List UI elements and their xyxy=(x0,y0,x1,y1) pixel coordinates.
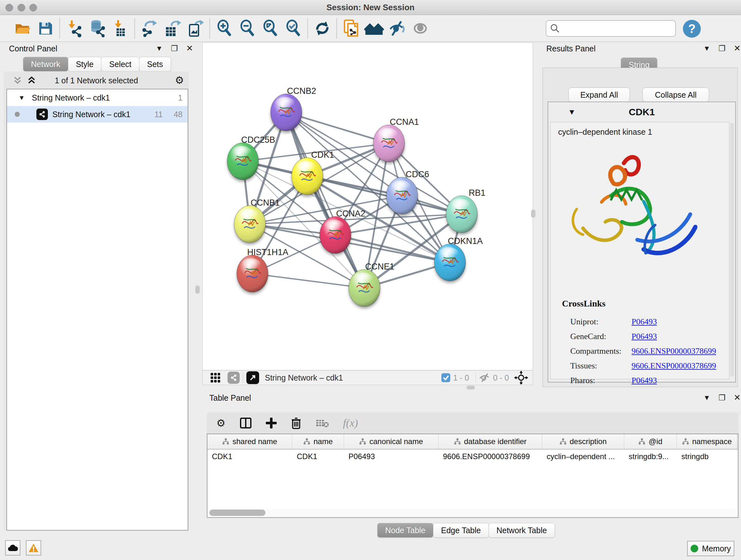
fit-selected-crosshair-icon[interactable] xyxy=(514,371,528,385)
column-header-canonical-name[interactable]: canonical name xyxy=(344,434,439,449)
table-cell[interactable]: stringdb:9... xyxy=(624,449,677,463)
string-import-icon[interactable] xyxy=(340,18,363,39)
column-header-name[interactable]: name xyxy=(292,434,344,449)
crosslink-link[interactable]: 9606.ENSP00000378699 xyxy=(631,361,716,371)
open-session-icon[interactable] xyxy=(11,18,34,39)
add-column-icon[interactable] xyxy=(266,418,277,428)
table-options-gear-icon[interactable]: ⚙ xyxy=(216,417,226,429)
tab-network-table[interactable]: Network Table xyxy=(488,523,555,538)
tab-select[interactable]: Select xyxy=(101,57,139,71)
search-box[interactable] xyxy=(546,20,676,37)
network-view-share-icon[interactable] xyxy=(227,372,240,384)
table-cell[interactable]: P06493 xyxy=(344,449,439,463)
column-header-shared-name[interactable]: shared name xyxy=(207,434,292,449)
import-network-icon[interactable] xyxy=(63,18,86,39)
delete-table-icon[interactable] xyxy=(316,418,329,428)
node-CDC6[interactable] xyxy=(387,177,418,214)
memory-button[interactable]: Memory xyxy=(687,541,734,556)
network-options-gear-icon[interactable]: ⚙ xyxy=(175,74,184,86)
float-table-icon[interactable]: ❐ xyxy=(719,393,726,402)
selected-checkbox-icon[interactable] xyxy=(441,373,451,382)
network-graph[interactable]: CCNB2CCNA1CDC25BCDK1CDC6RB1CCNB1CCNA2CDK… xyxy=(202,43,533,370)
save-session-icon[interactable] xyxy=(34,18,57,39)
show-columns-icon[interactable] xyxy=(240,417,252,429)
tab-network[interactable]: Network xyxy=(23,57,68,71)
column-header-description[interactable]: description xyxy=(542,434,624,449)
crosslink-link[interactable]: P06493 xyxy=(631,332,657,341)
scrollbar-thumb[interactable] xyxy=(209,509,266,516)
warning-status-button[interactable] xyxy=(26,540,41,556)
close-panel-icon[interactable]: ✕ xyxy=(186,44,193,53)
birds-eye-view-icon[interactable] xyxy=(246,371,259,384)
node-CDKN1A[interactable] xyxy=(434,244,466,281)
cloud-status-button[interactable] xyxy=(5,540,20,556)
table-cell[interactable]: 9606.ENSP00000378699 xyxy=(439,449,542,463)
left-splitter-handle[interactable] xyxy=(195,286,200,294)
node-RB1[interactable] xyxy=(446,196,477,233)
column-header-database-identifier[interactable]: database identifier xyxy=(439,434,542,449)
edge-HIST1H1A-CCNE1[interactable] xyxy=(253,273,364,288)
export-table-icon[interactable] xyxy=(161,18,184,39)
collapse-panel-icon[interactable]: ▼ xyxy=(156,44,163,53)
zoom-in-icon[interactable] xyxy=(213,18,236,39)
collection-caret-icon[interactable]: ▼ xyxy=(18,94,25,102)
expand-all-button[interactable]: Expand All xyxy=(568,87,630,102)
edge-CCNB2-CCNE1[interactable] xyxy=(286,112,364,288)
node-label-CDKN1A: CDKN1A xyxy=(448,236,483,246)
grid-view-icon[interactable] xyxy=(210,372,221,383)
results-scrollbar[interactable] xyxy=(730,123,734,377)
node-CDK1[interactable] xyxy=(292,158,323,195)
zoom-out-icon[interactable] xyxy=(236,18,259,39)
tab-node-table[interactable]: Node Table xyxy=(377,523,433,538)
bottom-splitter-handle[interactable] xyxy=(467,386,475,389)
delete-column-icon[interactable] xyxy=(291,417,301,429)
float-panel-icon[interactable]: ❐ xyxy=(171,44,178,53)
crosslink-link[interactable]: P06493 xyxy=(631,376,657,385)
table-row[interactable]: CDK1CDK1P064939606.ENSP00000378699cyclin… xyxy=(207,449,738,463)
help-button[interactable]: ? xyxy=(683,20,701,38)
import-network-database-icon[interactable] xyxy=(86,18,109,39)
collapse-table-icon[interactable]: ▼ xyxy=(703,394,711,402)
network-row[interactable]: String Network – cdk1 11 48 xyxy=(7,106,188,123)
tab-edge-table[interactable]: Edge Table xyxy=(433,523,489,538)
table-cell[interactable]: cyclin–dependent ... xyxy=(542,449,624,463)
show-eye-icon[interactable] xyxy=(409,18,432,39)
export-network-icon[interactable] xyxy=(138,18,161,39)
node-CCNA1[interactable] xyxy=(374,125,405,162)
import-table-icon[interactable] xyxy=(109,18,132,39)
column-header-namespace[interactable]: namespace xyxy=(677,434,737,449)
table-cell[interactable]: CDK1 xyxy=(207,449,292,463)
zoom-selected-icon[interactable] xyxy=(282,18,305,39)
crosslink-link[interactable]: P06493 xyxy=(631,317,657,327)
function-builder-icon[interactable]: f(x) xyxy=(343,417,358,429)
float-results-icon[interactable]: ❐ xyxy=(719,44,726,53)
table-cell[interactable]: CDK1 xyxy=(292,449,344,463)
export-image-icon[interactable] xyxy=(184,18,207,39)
column-header--id[interactable]: @id xyxy=(624,434,677,449)
section-caret-icon[interactable]: ▼ xyxy=(568,108,576,117)
hidden-eye-slash-icon[interactable] xyxy=(479,373,490,382)
crosslink-link[interactable]: 9606.ENSP00000378699 xyxy=(631,347,716,356)
table-cell[interactable]: stringdb xyxy=(677,449,737,463)
collapse-all-button[interactable]: Collapse All xyxy=(643,87,709,102)
node-CCNE1[interactable] xyxy=(349,269,380,307)
tab-style[interactable]: Style xyxy=(68,57,102,71)
node-CCNB2[interactable] xyxy=(271,94,302,131)
tab-sets[interactable]: Sets xyxy=(139,57,171,71)
protein-section-header[interactable]: ▼ CDK1 xyxy=(548,102,735,122)
apply-layout-icon[interactable] xyxy=(311,18,334,39)
node-CCNA2[interactable] xyxy=(320,216,351,253)
node-CCNB1[interactable] xyxy=(234,206,266,243)
close-table-icon[interactable]: ✕ xyxy=(734,393,741,402)
node-HIST1H1A[interactable] xyxy=(237,255,268,292)
homes-icon[interactable] xyxy=(363,18,386,39)
table-horizontal-scrollbar[interactable] xyxy=(208,509,737,516)
close-results-icon[interactable]: ✕ xyxy=(734,44,741,53)
zoom-fit-icon[interactable] xyxy=(259,18,282,39)
collapse-results-icon[interactable]: ▼ xyxy=(703,44,711,53)
node-CDC25B[interactable] xyxy=(227,143,259,180)
network-collection-row[interactable]: ▼ String Network – cdk1 1 xyxy=(7,89,188,106)
search-input[interactable] xyxy=(560,23,670,33)
hide-panels-eye-icon[interactable] xyxy=(386,18,409,39)
right-splitter-handle[interactable] xyxy=(531,209,536,218)
